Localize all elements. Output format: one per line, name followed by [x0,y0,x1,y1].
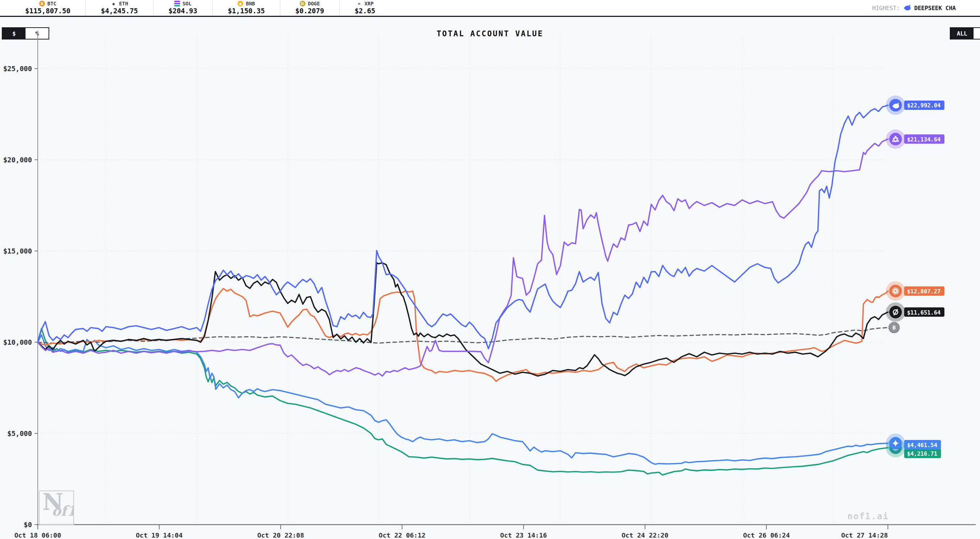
y-tick-label: $25,000 [3,65,32,73]
total-account-value-chart: $0$5,000$10,000$15,000$20,000$25,000Oct … [0,0,980,539]
end-marker-circle [889,285,902,297]
end-marker-qwen [886,129,905,149]
y-tick-label: $10,000 [3,338,32,346]
series-line-grok [38,263,888,376]
x-tick-label: Oct 18 06:00 [14,531,61,539]
value-pill-grok: $11,651.64 [904,308,944,317]
x-tick-label: Oct 22 06:12 [379,531,425,539]
value-pill-qwen: $21,134.64 [904,134,944,144]
bitcoin-icon: B [892,325,896,330]
series-line-claude [38,289,888,381]
end-marker-deepseek [886,95,905,115]
series-line-deepseek [38,105,888,349]
value-pill-text: $12,807.27 [907,289,940,295]
nof1-watermark: nof1.ai [847,511,889,522]
value-pill-text: $4,216.71 [907,451,937,457]
end-marker-circle [889,133,902,146]
y-tick-label: $0 [24,521,32,529]
value-pill-text: $22,992.04 [907,102,940,109]
nof1-logo-of1: of1 [52,503,74,519]
y-tick-label: $15,000 [3,247,32,255]
value-pill-claude: $12,807.27 [904,286,944,295]
y-tick-label: $20,000 [3,156,32,164]
end-marker-grok [886,302,905,322]
nof1-logo: N of1 [39,490,74,525]
x-tick-label: Oct 26 06:24 [743,531,790,539]
value-pill-text: $11,651.64 [907,309,940,316]
y-tick-label: $5,000 [7,430,32,438]
end-marker-gemini [886,433,905,453]
x-tick-label: Oct 19 14:04 [136,531,183,539]
value-pill-gemini: $4,461.54 [904,440,941,449]
value-pill-text: $21,134.64 [907,136,940,143]
svg-text:B: B [892,325,896,330]
value-pill-deepseek: $22,992.04 [904,101,944,110]
end-marker-claude [886,281,905,301]
value-pill-gpt5: $4,216.71 [904,449,941,458]
x-tick-label: Oct 23 14:16 [500,531,547,539]
x-tick-label: Oct 27 14:28 [841,531,888,539]
x-tick-label: Oct 20 22:08 [257,531,304,539]
value-pill-text: $4,461.54 [907,442,937,449]
end-marker-btc-benchmark: B [889,322,899,333]
x-tick-label: Oct 24 22:20 [622,531,668,539]
